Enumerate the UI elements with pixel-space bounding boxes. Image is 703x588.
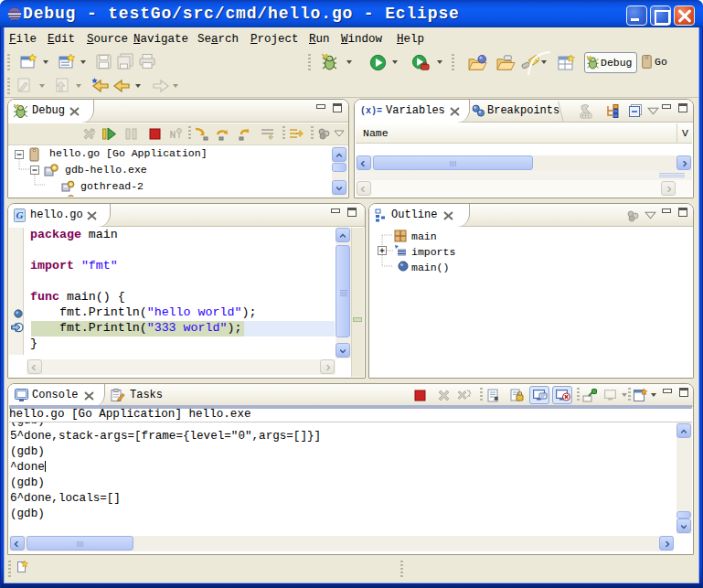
svg-text:G: G [16,209,24,220]
